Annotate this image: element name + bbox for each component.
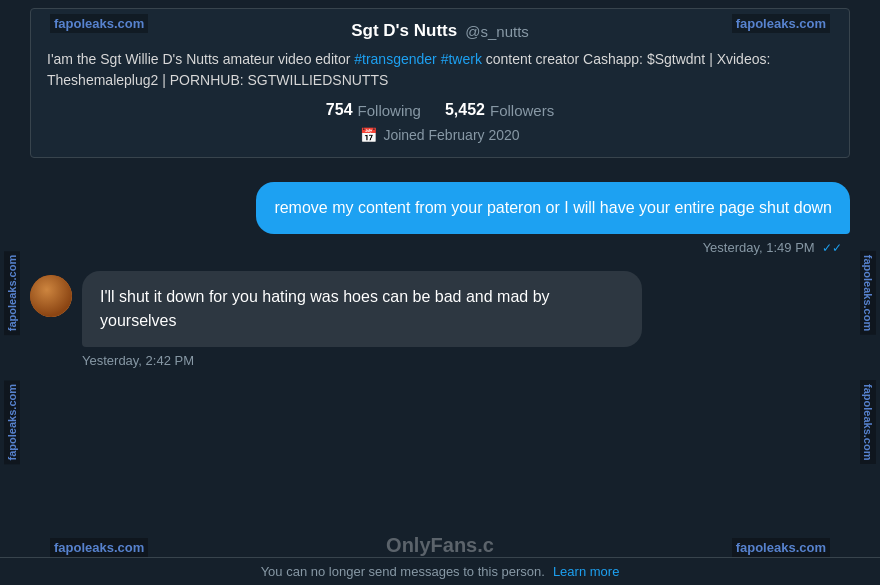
joined-text: Joined February 2020 <box>383 127 519 143</box>
watermark-side-left2: fapoleaks.com <box>4 380 20 464</box>
received-timestamp: Yesterday, 2:42 PM <box>82 353 850 368</box>
profile-bio: I'am the Sgt Willie D's Nutts amateur vi… <box>47 49 833 91</box>
watermark-side-right2: fapoleaks.com <box>860 380 876 464</box>
received-message-bubble: I'll shut it down for you hating was hoe… <box>82 271 642 347</box>
avatar <box>30 275 72 317</box>
joined-row: 📅 Joined February 2020 <box>47 127 833 143</box>
following-count: 754 <box>326 101 353 119</box>
learn-more-link[interactable]: Learn more <box>553 564 619 579</box>
followers-stat[interactable]: 5,452 Followers <box>445 101 554 119</box>
profile-handle: @s_nutts <box>465 23 529 40</box>
following-stat[interactable]: 754 Following <box>326 101 421 119</box>
watermark-bottom-left: fapoleaks.com <box>50 538 148 557</box>
calendar-icon: 📅 <box>360 127 377 143</box>
profile-section: Sgt D's Nutts @s_nutts I'am the Sgt Will… <box>30 8 850 158</box>
received-message-wrapper: I'll shut it down for you hating was hoe… <box>30 271 850 347</box>
followers-count: 5,452 <box>445 101 485 119</box>
sent-message-wrapper: remove my content from your pateron or I… <box>30 182 850 234</box>
sent-timestamp: Yesterday, 1:49 PM ✓✓ <box>30 240 850 255</box>
messages-area: remove my content from your pateron or I… <box>0 166 880 388</box>
watermark-side-left: fapoleaks.com <box>4 250 20 334</box>
profile-name: Sgt D's Nutts <box>351 21 457 41</box>
profile-header: Sgt D's Nutts @s_nutts <box>47 21 833 41</box>
bio-text-start: I'am the Sgt Willie D's Nutts amateur vi… <box>47 51 354 67</box>
watermark-top-right: fapoleaks.com <box>732 14 830 33</box>
stats-row: 754 Following 5,452 Followers <box>47 101 833 119</box>
following-label: Following <box>358 102 421 119</box>
sent-message-bubble: remove my content from your pateron or I… <box>256 182 850 234</box>
hashtag-transgender[interactable]: #transgender <box>354 51 437 67</box>
watermark-top-left: fapoleaks.com <box>50 14 148 33</box>
bottom-bar-text: You can no longer send messages to this … <box>261 564 545 579</box>
bottom-bar: You can no longer send messages to this … <box>0 557 880 585</box>
watermark-bottom-right: fapoleaks.com <box>732 538 830 557</box>
onlyfans-watermark: OnlyFans.c <box>386 534 494 557</box>
read-checkmarks: ✓✓ <box>819 241 842 255</box>
avatar-image <box>30 275 72 317</box>
hashtag-twerk[interactable]: #twerk <box>441 51 482 67</box>
watermark-side-right: fapoleaks.com <box>860 250 876 334</box>
followers-label: Followers <box>490 102 554 119</box>
divider <box>0 158 880 166</box>
